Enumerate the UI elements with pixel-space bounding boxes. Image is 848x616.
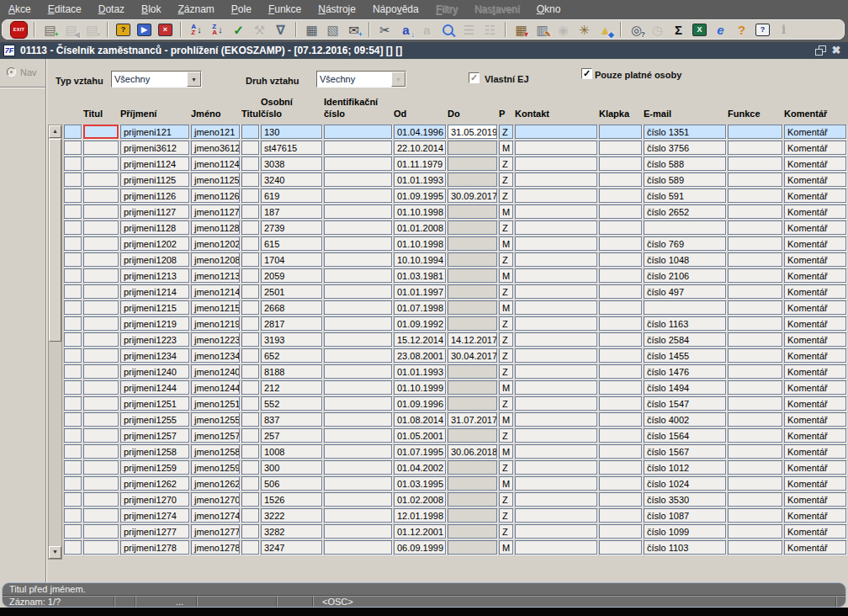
cell-ind[interactable] <box>64 380 82 395</box>
cell-titul[interactable] <box>83 252 119 267</box>
cell-ident[interactable] <box>324 125 392 139</box>
cell-prijmeni[interactable]: prijmeni1215 <box>120 300 189 315</box>
cell-titul[interactable] <box>83 508 119 523</box>
cell-titul2[interactable] <box>241 300 259 315</box>
cell-p[interactable]: Z <box>499 364 513 379</box>
menu-nastroje[interactable]: Nástroje <box>310 3 364 15</box>
menu-pole[interactable]: Pole <box>223 3 260 15</box>
cell-titul2[interactable] <box>241 348 259 363</box>
cell-do[interactable] <box>448 524 497 539</box>
cell-do[interactable] <box>448 204 497 219</box>
cell-do[interactable]: 30.09.2017 <box>448 189 497 203</box>
cell-prijmeni[interactable]: prijmeni1274 <box>120 508 189 523</box>
cell-klapka[interactable] <box>599 348 642 363</box>
cell-prijmeni[interactable]: prijmeni1270 <box>120 492 189 507</box>
cell-klapka[interactable] <box>599 332 642 347</box>
cell-kontakt[interactable] <box>515 173 597 187</box>
cell-titul2[interactable] <box>241 316 259 331</box>
cell-od[interactable]: 15.12.2014 <box>394 332 446 347</box>
cell-email[interactable]: číslo 1012 <box>644 460 726 475</box>
cell-p[interactable]: Z <box>499 428 513 443</box>
cell-p[interactable]: Z <box>499 125 513 139</box>
cell-jmeno[interactable]: jmeno121 <box>191 125 240 139</box>
cell-funkce[interactable] <box>728 412 782 427</box>
lowercase-icon[interactable]: a↓ <box>396 20 416 39</box>
cell-titul[interactable] <box>83 348 119 363</box>
cell-funkce[interactable] <box>728 252 782 267</box>
cell-osobni[interactable]: 652 <box>261 348 322 363</box>
cell-komentar[interactable]: Komentář <box>784 284 846 299</box>
send-mail-icon[interactable]: ✉+ <box>344 20 363 39</box>
cell-email[interactable]: číslo 1163 <box>644 316 726 331</box>
cell-p[interactable]: Z <box>499 284 513 299</box>
cell-osobni[interactable]: st47615 <box>261 141 322 155</box>
cell-osobni[interactable]: 2668 <box>261 300 322 315</box>
cell-kontakt[interactable] <box>515 492 597 507</box>
cell-ind[interactable] <box>64 428 82 443</box>
cell-komentar[interactable]: Komentář <box>784 173 846 187</box>
cell-email[interactable]: číslo 1567 <box>644 444 726 459</box>
cell-od[interactable]: 01.07.1998 <box>394 300 446 315</box>
cell-email[interactable]: číslo 4002 <box>644 412 726 427</box>
cell-ind[interactable] <box>64 460 82 475</box>
pyramid-eye-icon[interactable]: ▲◆ <box>596 20 615 39</box>
cell-od[interactable]: 01.01.1997 <box>394 284 446 299</box>
cell-osobni[interactable]: 300 <box>261 460 322 475</box>
cell-email[interactable]: číslo 1351 <box>644 125 726 139</box>
cell-titul[interactable] <box>83 157 119 171</box>
cell-funkce[interactable] <box>728 125 782 139</box>
cell-prijmeni[interactable]: prijmeni1255 <box>120 412 189 427</box>
cell-do[interactable] <box>448 157 497 171</box>
cell-p[interactable]: Z <box>499 508 513 523</box>
cell-osobni[interactable]: 2501 <box>261 284 322 299</box>
cell-email[interactable]: číslo 588 <box>644 157 726 171</box>
cell-titul[interactable] <box>83 460 119 475</box>
cell-ind[interactable] <box>64 141 82 155</box>
cell-osobni[interactable]: 257 <box>261 428 322 443</box>
cell-jmeno[interactable]: jmeno1257 <box>191 428 240 443</box>
cell-komentar[interactable]: Komentář <box>784 236 846 251</box>
cell-titul2[interactable] <box>241 396 259 411</box>
cell-klapka[interactable] <box>599 284 642 299</box>
cell-jmeno[interactable]: jmeno1213 <box>191 268 240 283</box>
cell-komentar[interactable]: Komentář <box>784 508 846 523</box>
cell-funkce[interactable] <box>728 508 782 523</box>
cell-titul[interactable] <box>83 524 119 539</box>
cell-ident[interactable] <box>324 524 392 539</box>
cell-funkce[interactable] <box>728 220 782 235</box>
cell-titul2[interactable] <box>241 540 259 555</box>
cell-p[interactable]: M <box>499 300 513 315</box>
cell-jmeno[interactable]: jmeno1251 <box>191 396 240 411</box>
cell-klapka[interactable] <box>599 380 642 395</box>
cell-ind[interactable] <box>64 508 82 523</box>
menu-napoveda[interactable]: Nápověda <box>364 3 427 15</box>
cell-titul2[interactable] <box>241 492 259 507</box>
cell-ident[interactable] <box>324 252 392 267</box>
cell-jmeno[interactable]: jmeno1125 <box>191 173 240 187</box>
cell-ident[interactable] <box>324 173 392 187</box>
cell-klapka[interactable] <box>599 460 642 475</box>
cell-osobni[interactable]: 619 <box>261 189 322 203</box>
cell-komentar[interactable]: Komentář <box>784 444 846 459</box>
cell-osobni[interactable]: 3038 <box>261 157 322 171</box>
cell-ident[interactable] <box>324 348 392 363</box>
cell-osobni[interactable]: 8188 <box>261 364 322 379</box>
cell-titul2[interactable] <box>241 444 259 459</box>
cell-jmeno[interactable]: jmeno1214 <box>191 284 240 299</box>
cell-od[interactable]: 01.04.1996 <box>394 125 446 139</box>
cell-osobni[interactable]: 837 <box>261 412 322 427</box>
cell-funkce[interactable] <box>728 380 782 395</box>
cell-do[interactable] <box>448 284 497 299</box>
cell-prijmeni[interactable]: prijmeni1125 <box>120 173 189 187</box>
cell-email[interactable]: číslo 1476 <box>644 364 726 379</box>
cell-titul[interactable] <box>83 268 119 283</box>
cell-komentar[interactable]: Komentář <box>784 364 846 379</box>
cell-titul[interactable] <box>83 125 119 139</box>
zoom-document-icon[interactable] <box>438 20 458 39</box>
cell-p[interactable]: Z <box>499 396 513 411</box>
cell-ind[interactable] <box>64 396 82 411</box>
cell-komentar[interactable]: Komentář <box>784 268 846 283</box>
cell-email[interactable]: číslo 3756 <box>644 141 726 155</box>
cell-ident[interactable] <box>324 380 392 395</box>
cell-email[interactable]: číslo 1103 <box>644 540 726 555</box>
